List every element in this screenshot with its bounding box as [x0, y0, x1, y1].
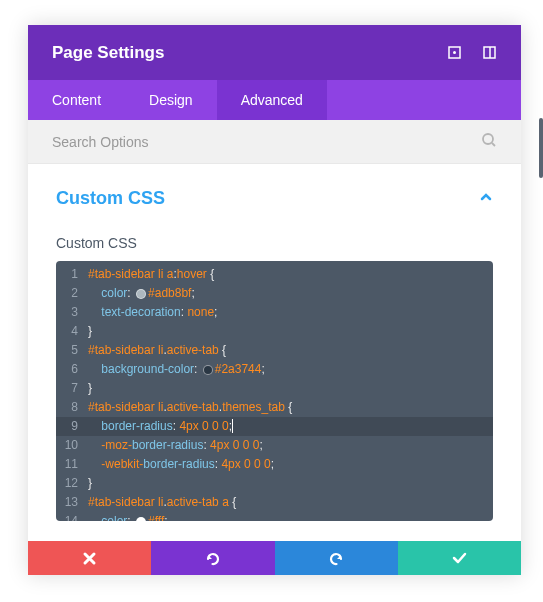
- settings-tabs: Content Design Advanced: [28, 80, 521, 120]
- tab-advanced[interactable]: Advanced: [217, 80, 327, 120]
- svg-line-5: [492, 143, 495, 146]
- css-code-editor[interactable]: 1#tab-sidebar li a:hover {2 color: #adb8…: [56, 261, 493, 521]
- code-line[interactable]: 3 text-decoration: none;: [56, 303, 493, 322]
- code-line[interactable]: 14 color: #fff;: [56, 512, 493, 521]
- expand-icon[interactable]: [447, 45, 462, 60]
- chevron-up-icon[interactable]: [479, 190, 493, 208]
- section-title: Custom CSS: [56, 188, 165, 209]
- code-line[interactable]: 2 color: #adb8bf;: [56, 284, 493, 303]
- scrollbar[interactable]: [539, 118, 543, 178]
- layout-icon[interactable]: [482, 45, 497, 60]
- svg-point-1: [453, 51, 456, 54]
- code-line[interactable]: 12}: [56, 474, 493, 493]
- code-line[interactable]: 8#tab-sidebar li.active-tab.themes_tab {: [56, 398, 493, 417]
- code-line[interactable]: 4}: [56, 322, 493, 341]
- tab-design[interactable]: Design: [125, 80, 217, 120]
- search-bar: [28, 120, 521, 164]
- code-line[interactable]: 5#tab-sidebar li.active-tab {: [56, 341, 493, 360]
- svg-point-4: [483, 134, 493, 144]
- code-line[interactable]: 1#tab-sidebar li a:hover {: [56, 265, 493, 284]
- search-input[interactable]: [52, 134, 481, 150]
- close-button[interactable]: [28, 541, 151, 575]
- code-line[interactable]: 13#tab-sidebar li.active-tab a {: [56, 493, 493, 512]
- code-line[interactable]: 11 -webkit-border-radius: 4px 0 0 0;: [56, 455, 493, 474]
- panel-body: Custom CSS Custom CSS 1#tab-sidebar li a…: [28, 164, 521, 541]
- field-label: Custom CSS: [56, 235, 493, 251]
- panel-title: Page Settings: [52, 43, 164, 63]
- header-actions: [447, 45, 497, 60]
- code-line[interactable]: 7}: [56, 379, 493, 398]
- tab-content[interactable]: Content: [28, 80, 125, 120]
- search-icon[interactable]: [481, 132, 497, 152]
- section-header[interactable]: Custom CSS: [56, 188, 493, 209]
- confirm-button[interactable]: [398, 541, 521, 575]
- code-line[interactable]: 6 background-color: #2a3744;: [56, 360, 493, 379]
- code-line[interactable]: 10 -moz-border-radius: 4px 0 0 0;: [56, 436, 493, 455]
- redo-button[interactable]: [275, 541, 398, 575]
- page-settings-panel: Page Settings Content Design Advanced Cu…: [28, 25, 521, 575]
- code-line[interactable]: 9 border-radius: 4px 0 0 0;: [56, 417, 493, 436]
- undo-button[interactable]: [151, 541, 274, 575]
- panel-header: Page Settings: [28, 25, 521, 80]
- action-footer: [28, 541, 521, 575]
